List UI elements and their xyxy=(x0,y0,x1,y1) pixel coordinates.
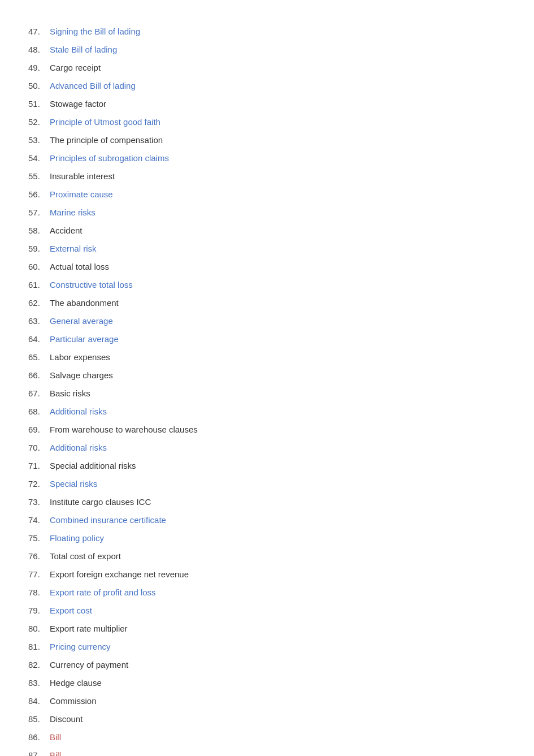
item-text: Particular average xyxy=(50,332,119,346)
item-text: Advanced Bill of lading xyxy=(50,79,136,93)
item-number: 52. xyxy=(28,115,50,129)
list-item: 49.Cargo receipt xyxy=(28,59,506,77)
list-item: 70.Additional risks xyxy=(28,439,506,457)
list-item: 71.Special additional risks xyxy=(28,457,506,475)
item-number: 72. xyxy=(28,477,50,491)
item-number: 49. xyxy=(28,61,50,75)
list-item: 61.Constructive total loss xyxy=(28,276,506,294)
item-number: 68. xyxy=(28,405,50,418)
item-number: 54. xyxy=(28,152,50,165)
item-text: Export cost xyxy=(50,604,92,617)
item-text: Marine risks xyxy=(50,206,95,219)
item-text: Additional risks xyxy=(50,405,107,418)
item-number: 48. xyxy=(28,43,50,57)
item-number: 56. xyxy=(28,188,50,201)
item-text: General average xyxy=(50,314,113,328)
item-number: 55. xyxy=(28,170,50,183)
item-text: Special risks xyxy=(50,477,97,491)
list-item: 78.Export rate of profit and loss xyxy=(28,584,506,602)
item-text: Special additional risks xyxy=(50,459,136,473)
item-number: 76. xyxy=(28,550,50,563)
item-number: 77. xyxy=(28,568,50,581)
item-number: 87. xyxy=(28,749,50,756)
list-item: 53.The principle of compensation xyxy=(28,131,506,149)
item-number: 73. xyxy=(28,495,50,509)
list-item: 58.Accident xyxy=(28,222,506,240)
item-number: 60. xyxy=(28,260,50,274)
list-item: 67.Basic risks xyxy=(28,385,506,403)
item-number: 74. xyxy=(28,513,50,527)
item-number: 66. xyxy=(28,369,50,382)
item-number: 81. xyxy=(28,640,50,654)
item-text: Principle of Utmost good faith xyxy=(50,115,160,129)
list-item: 69.From warehouse to warehouse clauses xyxy=(28,421,506,439)
item-text: Hedge clause xyxy=(50,676,102,690)
list-item: 84.Commission xyxy=(28,692,506,710)
item-number: 63. xyxy=(28,314,50,328)
list-item: 81.Pricing currency xyxy=(28,638,506,656)
list-item: 77.Export foreign exchange net revenue xyxy=(28,565,506,584)
item-number: 67. xyxy=(28,387,50,400)
item-number: 70. xyxy=(28,441,50,455)
list-item: 76.Total cost of export xyxy=(28,547,506,565)
list-item: 72.Special risks xyxy=(28,475,506,493)
item-number: 85. xyxy=(28,712,50,726)
item-text: Pricing currency xyxy=(50,640,111,654)
item-text: Stale Bill of lading xyxy=(50,43,117,57)
item-number: 58. xyxy=(28,224,50,237)
list-item: 55.Insurable interest xyxy=(28,167,506,185)
list-item: 68.Additional risks xyxy=(28,403,506,421)
item-text: Floating policy xyxy=(50,532,104,545)
list-item: 75.Floating policy xyxy=(28,529,506,547)
list-item: 66.Salvage charges xyxy=(28,366,506,385)
list-item: 54.Principles of subrogation claims xyxy=(28,149,506,167)
item-text: External risk xyxy=(50,242,97,256)
list-item: 64.Particular average xyxy=(28,330,506,348)
item-number: 62. xyxy=(28,296,50,310)
item-text: Constructive total loss xyxy=(50,278,133,292)
list-item: 83.Hedge clause xyxy=(28,674,506,692)
item-number: 80. xyxy=(28,622,50,636)
item-number: 86. xyxy=(28,731,50,744)
item-text: Combined insurance certificate xyxy=(50,513,166,527)
list-item: 73.Institute cargo clauses ICC xyxy=(28,493,506,511)
list-item: 63.General average xyxy=(28,312,506,330)
item-number: 47. xyxy=(28,25,50,38)
item-number: 57. xyxy=(28,206,50,219)
list-item: 48.Stale Bill of lading xyxy=(28,41,506,59)
item-text: Export rate of profit and loss xyxy=(50,586,156,599)
page-container: 47.Signing the Bill of lading48.Stale Bi… xyxy=(0,0,534,756)
list-item: 62.The abandonment xyxy=(28,294,506,312)
item-number: 69. xyxy=(28,423,50,437)
item-text: Total cost of export xyxy=(50,550,121,563)
list-item: 74.Combined insurance certificate xyxy=(28,511,506,529)
item-text: From warehouse to warehouse clauses xyxy=(50,423,198,437)
item-text: Actual total loss xyxy=(50,260,109,274)
item-text: Salvage charges xyxy=(50,369,113,382)
item-text: The principle of compensation xyxy=(50,133,163,147)
item-text: Cargo receipt xyxy=(50,61,101,75)
list-item: 87.Bill xyxy=(28,746,506,756)
list-item: 86.Bill xyxy=(28,728,506,746)
list-item: 79.Export cost xyxy=(28,602,506,620)
item-text: Accident xyxy=(50,224,83,237)
item-number: 79. xyxy=(28,604,50,617)
item-number: 78. xyxy=(28,586,50,599)
item-text: Labor expenses xyxy=(50,351,110,364)
item-number: 75. xyxy=(28,532,50,545)
list-item: 50.Advanced Bill of lading xyxy=(28,77,506,95)
list-container: 47.Signing the Bill of lading48.Stale Bi… xyxy=(28,23,506,756)
item-text: Bill xyxy=(50,731,61,744)
item-number: 82. xyxy=(28,658,50,672)
item-text: Additional risks xyxy=(50,441,107,455)
item-text: Commission xyxy=(50,694,97,708)
item-text: Insurable interest xyxy=(50,170,115,183)
item-number: 61. xyxy=(28,278,50,292)
item-number: 71. xyxy=(28,459,50,473)
list-item: 80.Export rate multiplier xyxy=(28,620,506,638)
item-text: The abandonment xyxy=(50,296,119,310)
item-number: 53. xyxy=(28,133,50,147)
list-item: 59.External risk xyxy=(28,240,506,258)
item-number: 83. xyxy=(28,676,50,690)
item-text: Export foreign exchange net revenue xyxy=(50,568,189,581)
